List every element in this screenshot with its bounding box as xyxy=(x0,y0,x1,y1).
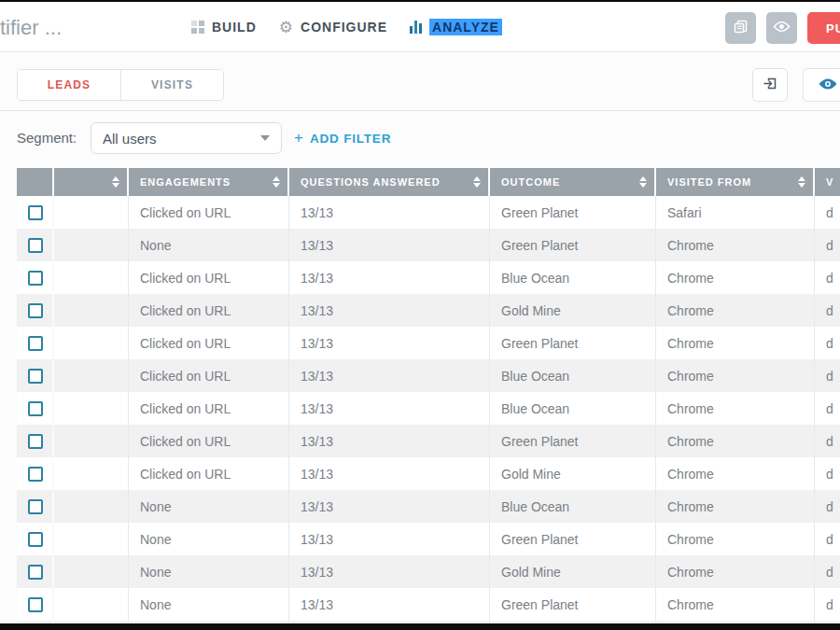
table-row[interactable]: None13/13Green PlanetChromed xyxy=(17,229,840,261)
sort-icon[interactable] xyxy=(112,176,119,188)
table-cell: Green Planet xyxy=(490,196,656,229)
table-row[interactable]: Clicked on URL13/13Gold MineChromed xyxy=(17,457,840,490)
table-cell: 13/13 xyxy=(289,555,490,588)
table-row[interactable]: None13/13Green PlanetChromed xyxy=(17,588,840,621)
row-checkbox[interactable] xyxy=(28,499,43,514)
column-header-label: QUESTIONS ANSWERED xyxy=(301,176,441,188)
empty-cell xyxy=(54,229,129,261)
checkbox-cell xyxy=(17,555,54,588)
table-cell: Chrome xyxy=(656,392,815,425)
publish-button[interactable]: PUBLISH xyxy=(807,12,840,44)
checkbox-cell xyxy=(17,261,54,294)
table-cell: d xyxy=(815,523,840,555)
table-cell: Green Planet xyxy=(490,588,656,621)
table-cell: 13/13 xyxy=(289,196,490,229)
row-checkbox[interactable] xyxy=(28,303,43,318)
sort-icon[interactable] xyxy=(639,176,647,188)
nav-label-analyze: ANALYZE xyxy=(429,19,502,35)
table-cell: Green Planet xyxy=(490,523,656,555)
checkbox-cell xyxy=(17,294,54,327)
table-row[interactable]: Clicked on URL13/13Blue OceanChromed xyxy=(17,359,840,392)
sort-icon[interactable] xyxy=(798,176,805,188)
table-cell: d xyxy=(815,229,840,261)
table-cell: Clicked on URL xyxy=(129,392,289,425)
add-filter-button[interactable]: + ADD FILTER xyxy=(294,129,391,147)
table-row[interactable]: Clicked on URL13/13Green PlanetChromed xyxy=(17,327,840,359)
row-checkbox[interactable] xyxy=(28,532,43,547)
grid-icon xyxy=(191,21,204,34)
eye-blue-icon xyxy=(818,77,838,93)
table-cell: 13/13 xyxy=(289,523,490,555)
row-checkbox[interactable] xyxy=(28,205,43,220)
table-cell: 13/13 xyxy=(289,392,490,425)
table-cell: d xyxy=(815,359,840,392)
row-checkbox[interactable] xyxy=(28,565,43,580)
sort-icon[interactable] xyxy=(273,176,280,188)
table-cell: Chrome xyxy=(656,588,815,621)
export-button[interactable] xyxy=(752,68,788,102)
table-row[interactable]: None13/13Green PlanetChromed xyxy=(17,523,840,555)
nav-label-configure: CONFIGURE xyxy=(301,20,387,35)
table-cell: Clicked on URL xyxy=(129,425,289,457)
table-cell: 13/13 xyxy=(289,457,490,490)
column-header[interactable]: QUESTIONS ANSWERED xyxy=(289,168,490,196)
gear-icon: ⚙ xyxy=(279,20,293,35)
tab-leads[interactable]: LEADS xyxy=(18,70,120,100)
table-cell: d xyxy=(815,457,840,490)
row-checkbox[interactable] xyxy=(28,336,43,351)
table-cell: None xyxy=(129,490,289,523)
bar-chart-icon xyxy=(410,21,422,34)
column-header[interactable] xyxy=(54,168,129,196)
row-checkbox[interactable] xyxy=(28,401,43,416)
row-checkbox[interactable] xyxy=(28,369,43,384)
leads-table: ENGAGEMENTSQUESTIONS ANSWEREDOUTCOMEVISI… xyxy=(17,168,840,630)
table-row[interactable]: Clicked on URL13/13Blue OceanChromed xyxy=(17,392,840,425)
column-header[interactable]: OUTCOME xyxy=(490,168,656,196)
tab-group: LEADS VISITS xyxy=(17,69,224,101)
row-checkbox[interactable] xyxy=(28,434,43,449)
table-cell: Clicked on URL xyxy=(129,359,289,392)
column-header[interactable]: ENGAGEMENTS xyxy=(129,168,289,196)
preview-button[interactable] xyxy=(766,12,797,44)
row-checkbox[interactable] xyxy=(28,597,43,612)
table-cell: Blue Ocean xyxy=(490,392,656,425)
checkbox-cell xyxy=(17,327,54,359)
table-cell: Clicked on URL xyxy=(129,261,289,294)
table-row[interactable]: None13/13Gold MineChromed xyxy=(17,555,840,588)
row-checkbox[interactable] xyxy=(28,271,43,286)
table-cell: Safari xyxy=(656,196,815,229)
header-actions: PUBLISH xyxy=(725,12,840,44)
row-checkbox[interactable] xyxy=(28,238,43,253)
table-row[interactable]: Clicked on URL13/13Gold MineChromed xyxy=(17,294,840,327)
window-bottom-edge xyxy=(0,623,840,630)
tab-visits[interactable]: VISITS xyxy=(120,70,223,100)
empty-cell xyxy=(54,555,129,588)
segment-select[interactable]: All users xyxy=(91,122,282,154)
empty-cell xyxy=(54,294,129,327)
checkbox-cell xyxy=(17,196,54,229)
leads-visits-bar: LEADS VISITS xyxy=(0,52,840,111)
nav-item-build[interactable]: BUILD xyxy=(191,20,257,35)
table-cell: Clicked on URL xyxy=(129,294,289,327)
empty-cell xyxy=(54,359,129,392)
table-cell: Green Planet xyxy=(490,229,656,261)
column-header-label: OUTCOME xyxy=(501,176,560,188)
table-cell: d xyxy=(815,490,840,523)
nav-item-configure[interactable]: ⚙ CONFIGURE xyxy=(279,20,387,35)
table-row[interactable]: Clicked on URL13/13Green PlanetChromed xyxy=(17,425,840,457)
add-filter-label: ADD FILTER xyxy=(310,132,391,146)
app-header: tifier ... BUILD ⚙ CONFIGURE ANALYZE xyxy=(0,2,840,52)
nav-item-analyze[interactable]: ANALYZE xyxy=(410,19,502,35)
duplicate-button[interactable] xyxy=(725,12,756,44)
table-row[interactable]: Clicked on URL13/13Blue OceanChromed xyxy=(17,261,840,294)
column-header[interactable]: VISITED FROM xyxy=(656,168,815,196)
column-header-label: VISITED FROM xyxy=(667,176,751,188)
row-checkbox[interactable] xyxy=(28,467,43,482)
main-nav: BUILD ⚙ CONFIGURE ANALYZE xyxy=(191,2,502,52)
table-row[interactable]: Clicked on URL13/13Green PlanetSafarid xyxy=(17,196,840,229)
sort-icon[interactable] xyxy=(473,176,481,188)
table-row[interactable]: None13/13Blue OceanChromed xyxy=(17,490,840,523)
checkbox-cell xyxy=(17,523,54,555)
table-cell: Gold Mine xyxy=(490,555,656,588)
view-toggle-button[interactable] xyxy=(803,68,840,102)
